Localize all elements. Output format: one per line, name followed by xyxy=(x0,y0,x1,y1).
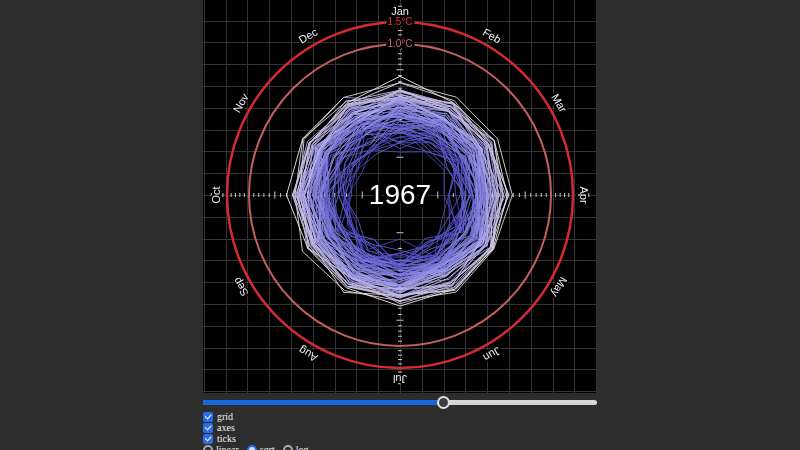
scale-option-log[interactable]: log xyxy=(283,445,309,450)
grid-checkbox-label: grid xyxy=(217,412,233,422)
linear-radio-label: linear xyxy=(216,445,239,450)
grid-checkbox[interactable] xyxy=(203,412,213,422)
linear-radio[interactable] xyxy=(203,445,213,450)
climate-spiral-canvas xyxy=(203,0,597,393)
ticks-toggle-row: ticks xyxy=(203,434,597,444)
sqrt-radio[interactable] xyxy=(247,445,257,450)
ticks-checkbox[interactable] xyxy=(203,434,213,444)
ticks-checkbox-label: ticks xyxy=(217,434,236,444)
scale-option-sqrt[interactable]: sqrt xyxy=(247,445,275,450)
controls-panel: grid axes ticks linear sqrt log xyxy=(203,393,597,450)
year-slider-fill xyxy=(203,400,443,405)
axes-checkbox[interactable] xyxy=(203,423,213,433)
scale-radio-group: linear sqrt log xyxy=(203,445,597,450)
climate-spiral-app: grid axes ticks linear sqrt log xyxy=(0,0,800,450)
grid-toggle-row: grid xyxy=(203,412,597,422)
year-slider-thumb[interactable] xyxy=(437,396,450,409)
year-slider[interactable] xyxy=(203,395,597,409)
log-radio[interactable] xyxy=(283,445,293,450)
scale-option-linear[interactable]: linear xyxy=(203,445,239,450)
log-radio-label: log xyxy=(296,445,309,450)
sqrt-radio-label: sqrt xyxy=(260,445,275,450)
axes-checkbox-label: axes xyxy=(217,423,235,433)
axes-toggle-row: axes xyxy=(203,423,597,433)
